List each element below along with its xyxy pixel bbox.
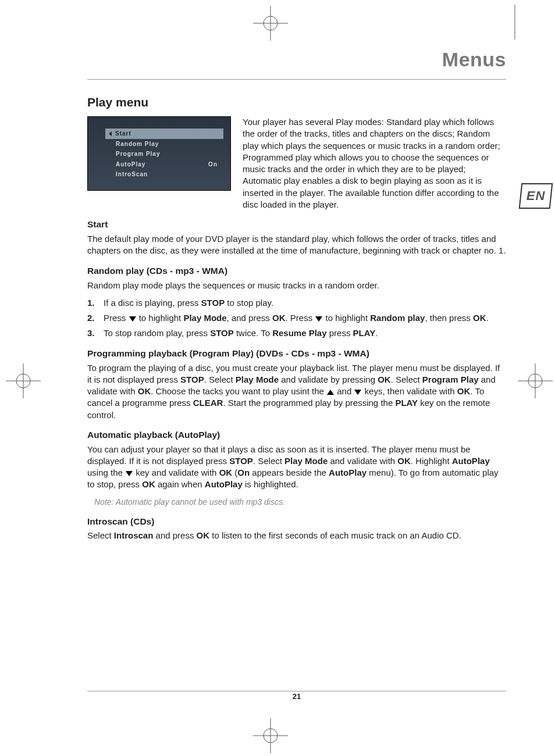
introscan-heading: Introscan (CDs) xyxy=(87,516,506,528)
introscan-text: Select Introscan and press OK to listen … xyxy=(87,530,506,541)
random-step-1: If a disc is playing, press STOP to stop… xyxy=(87,297,506,309)
random-text: Random play mode plays the sequences or … xyxy=(87,280,506,291)
autoplay-note: Note: Automatic play cannot be used with… xyxy=(94,497,506,508)
random-heading: Random play (CDs - mp3 - WMA) xyxy=(87,265,506,277)
triangle-down-icon xyxy=(354,390,361,395)
chevron-left-icon xyxy=(109,131,112,136)
triangle-down-icon xyxy=(129,316,136,322)
autoplay-heading: Automatic playback (AutoPlay) xyxy=(87,429,506,441)
autoplay-text: You can adjust your player so that it pl… xyxy=(87,444,506,491)
triangle-down-icon xyxy=(126,471,133,476)
page-number: 21 xyxy=(87,691,506,702)
menu-item-program-play: Program Play xyxy=(112,149,223,159)
language-tab: EN xyxy=(520,183,552,209)
random-step-2: Press to highlight Play Mode, and press … xyxy=(87,312,506,324)
program-text: To program the playing of a disc, you mu… xyxy=(87,362,506,421)
triangle-down-icon xyxy=(315,316,322,322)
random-step-3: To stop random play, press STOP twice. T… xyxy=(87,327,506,339)
chapter-title: Menus xyxy=(87,47,506,73)
start-text: The default play mode of your DVD player… xyxy=(87,233,506,257)
start-heading: Start xyxy=(87,219,506,231)
intro-paragraph: Your player has several Play modes: Stan… xyxy=(243,116,506,211)
menu-item-start: Start xyxy=(105,129,223,139)
random-steps: If a disc is playing, press STOP to stop… xyxy=(87,297,506,340)
triangle-up-icon xyxy=(327,390,334,395)
section-title: Play menu xyxy=(87,94,506,110)
language-tab-text: EN xyxy=(520,183,552,209)
menu-item-introscan: IntroScan xyxy=(112,169,223,180)
play-menu-screenshot: Start Random Play Program Play AutoPlay … xyxy=(87,116,231,191)
menu-item-autoplay: AutoPlay On xyxy=(112,159,223,170)
top-rule xyxy=(87,79,506,80)
menu-item-random-play: Random Play xyxy=(112,139,223,149)
program-heading: Programming playback (Program Play) (DVD… xyxy=(87,348,506,360)
